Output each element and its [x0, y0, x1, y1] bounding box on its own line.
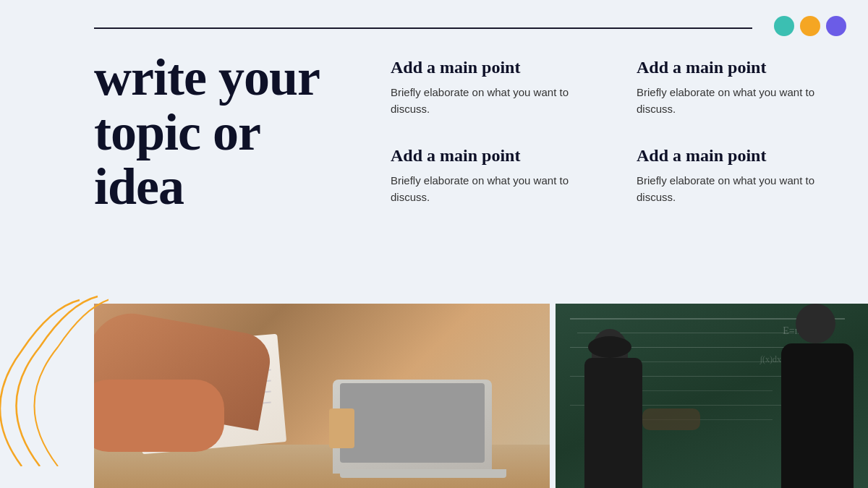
teal-dot: [774, 16, 794, 36]
heading-line1: write your: [94, 48, 320, 106]
point-3-body: Briefly elaborate on what you want to di…: [391, 173, 593, 205]
main-heading: write your topic or idea: [94, 51, 362, 215]
main-heading-section: write your topic or idea: [94, 51, 362, 215]
point-2-body: Briefly elaborate on what you want to di…: [637, 85, 839, 117]
laptop-shape: [333, 380, 492, 474]
point-1: Add a main point Briefly elaborate on wh…: [391, 58, 593, 117]
content-grid: Add a main point Briefly elaborate on wh…: [391, 58, 839, 205]
purple-dot: [826, 16, 846, 36]
laptop-screen: [340, 383, 485, 463]
point-1-title: Add a main point: [391, 58, 593, 77]
top-divider: [94, 27, 752, 29]
point-4-title: Add a main point: [637, 146, 839, 166]
point-1-body: Briefly elaborate on what you want to di…: [391, 85, 593, 117]
point-2-title: Add a main point: [637, 58, 839, 77]
study-image: [94, 304, 550, 488]
arc-decoration: [0, 293, 109, 466]
point-2: Add a main point Briefly elaborate on wh…: [637, 58, 839, 117]
bottom-images-section: E=mc² ∫(x)dx F=ma: [0, 304, 868, 488]
orange-dot: [800, 16, 820, 36]
point-4-body: Briefly elaborate on what you want to di…: [637, 173, 839, 205]
point-4: Add a main point Briefly elaborate on wh…: [637, 146, 839, 205]
point-3-title: Add a main point: [391, 146, 593, 166]
study-image-bg: [94, 304, 550, 488]
heading-line2: topic or: [94, 103, 260, 161]
point-3: Add a main point Briefly elaborate on wh…: [391, 146, 593, 205]
student-silhouette: [584, 329, 642, 488]
decorative-dots: [774, 16, 846, 36]
heading-line3: idea: [94, 158, 184, 215]
teacher-silhouette: [781, 304, 854, 488]
slide: write your topic or idea Add a main poin…: [0, 0, 868, 488]
classroom-image: E=mc² ∫(x)dx F=ma: [556, 304, 868, 488]
classroom-image-bg: E=mc² ∫(x)dx F=ma: [556, 304, 868, 488]
